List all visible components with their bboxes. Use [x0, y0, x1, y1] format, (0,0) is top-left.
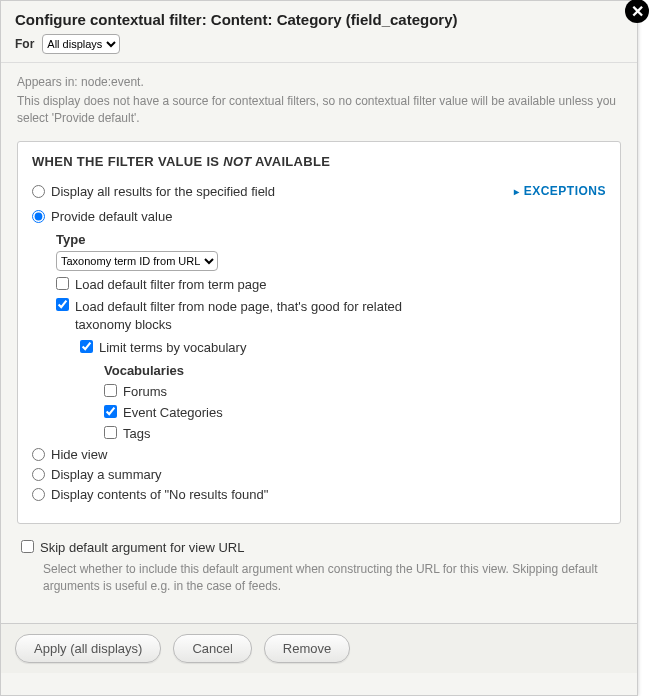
fieldset-title-pre: WHEN THE FILTER VALUE IS — [32, 154, 223, 169]
dialog-title: Configure contextual filter: Content: Ca… — [15, 11, 623, 28]
radio-display-all[interactable]: Display all results for the specified fi… — [32, 184, 275, 199]
radio-no-results[interactable]: Display contents of "No results found" — [32, 487, 606, 502]
close-icon[interactable]: ✕ — [625, 0, 649, 23]
skip-section: Skip default argument for view URL Selec… — [21, 540, 617, 595]
exceptions-toggle[interactable]: EXCEPTIONS — [514, 184, 606, 198]
for-select[interactable]: All displays — [42, 34, 120, 54]
cb-vocab-event-categories[interactable]: Event Categories — [104, 405, 606, 420]
dialog-footer: Apply (all displays) Cancel Remove — [1, 623, 637, 673]
for-label: For — [15, 37, 34, 51]
radio-provide-default-label: Provide default value — [51, 209, 172, 224]
radio-hide-view-input[interactable] — [32, 448, 45, 461]
type-label: Type — [56, 232, 606, 247]
radio-no-results-input[interactable] — [32, 488, 45, 501]
fieldset-title-post: AVAILABLE — [252, 154, 331, 169]
cb-vocab-tags[interactable]: Tags — [104, 426, 606, 441]
dialog: ✕ Configure contextual filter: Content: … — [0, 0, 638, 696]
cancel-button[interactable]: Cancel — [173, 634, 251, 663]
radio-display-all-label: Display all results for the specified fi… — [51, 184, 275, 199]
cb-load-node-input[interactable] — [56, 298, 69, 311]
dialog-body[interactable]: Appears in: node:event. This display doe… — [1, 63, 637, 623]
dialog-header: Configure contextual filter: Content: Ca… — [1, 1, 637, 63]
cb-limit-vocab-input[interactable] — [80, 340, 93, 353]
cb-load-term-input[interactable] — [56, 277, 69, 290]
type-select[interactable]: Taxonomy term ID from URL — [56, 251, 218, 271]
radio-no-results-label: Display contents of "No results found" — [51, 487, 268, 502]
cb-skip-url-input[interactable] — [21, 540, 34, 553]
cb-vocab-event-categories-input[interactable] — [104, 405, 117, 418]
cb-vocab-forums-label: Forums — [123, 384, 167, 399]
appears-in-text: Appears in: node:event. — [17, 75, 621, 89]
for-row: For All displays — [15, 34, 623, 54]
cb-limit-vocab[interactable]: Limit terms by vocabulary — [80, 340, 606, 355]
fieldset-title: WHEN THE FILTER VALUE IS NOT AVAILABLE — [32, 154, 606, 169]
cb-vocab-forums[interactable]: Forums — [104, 384, 606, 399]
cb-vocab-tags-input[interactable] — [104, 426, 117, 439]
radio-display-summary-label: Display a summary — [51, 467, 162, 482]
radio-display-summary[interactable]: Display a summary — [32, 467, 606, 482]
cb-load-node[interactable]: Load default filter from node page, that… — [56, 298, 606, 334]
radio-hide-view[interactable]: Hide view — [32, 447, 606, 462]
fieldset-title-em: NOT — [223, 154, 251, 169]
filter-not-available-fieldset: WHEN THE FILTER VALUE IS NOT AVAILABLE D… — [17, 141, 621, 524]
exceptions-label: EXCEPTIONS — [524, 184, 606, 198]
cb-vocab-event-categories-label: Event Categories — [123, 405, 223, 420]
remove-button[interactable]: Remove — [264, 634, 350, 663]
apply-button[interactable]: Apply (all displays) — [15, 634, 161, 663]
skip-description: Select whether to include this default a… — [43, 561, 617, 595]
cb-load-node-label: Load default filter from node page, that… — [75, 298, 415, 334]
source-description: This display does not have a source for … — [17, 93, 621, 127]
radio-display-summary-input[interactable] — [32, 468, 45, 481]
cb-skip-url-label: Skip default argument for view URL — [40, 540, 244, 555]
cb-limit-vocab-label: Limit terms by vocabulary — [99, 340, 246, 355]
cb-skip-url[interactable]: Skip default argument for view URL — [21, 540, 617, 555]
cb-vocab-forums-input[interactable] — [104, 384, 117, 397]
cb-load-term[interactable]: Load default filter from term page — [56, 277, 606, 292]
cb-vocab-tags-label: Tags — [123, 426, 150, 441]
radio-hide-view-label: Hide view — [51, 447, 107, 462]
vocab-label: Vocabularies — [104, 363, 606, 378]
radio-display-all-input[interactable] — [32, 185, 45, 198]
radio-provide-default[interactable]: Provide default value — [32, 209, 606, 224]
radio-provide-default-input[interactable] — [32, 210, 45, 223]
cb-load-term-label: Load default filter from term page — [75, 277, 267, 292]
